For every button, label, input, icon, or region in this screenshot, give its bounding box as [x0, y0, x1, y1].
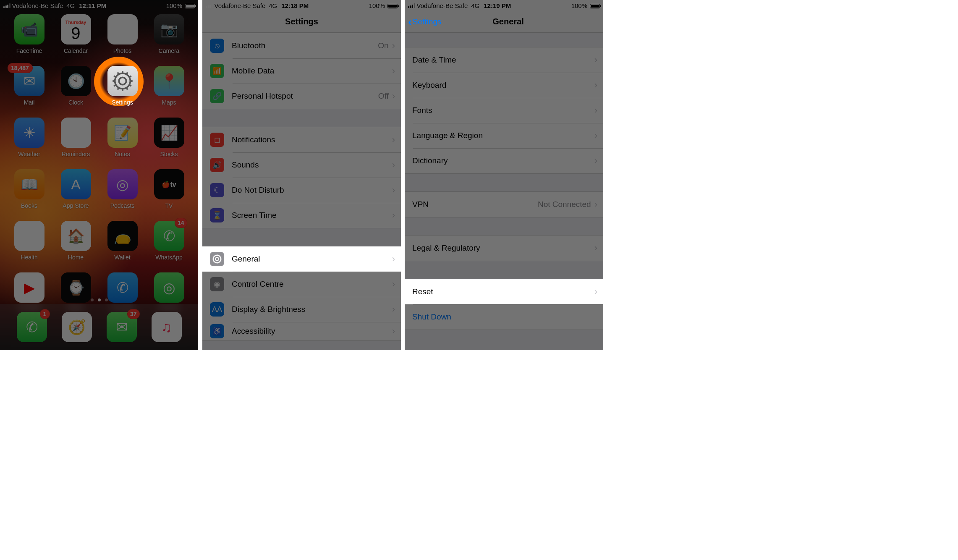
dock: ✆1🧭✉37♫: [0, 304, 198, 350]
row-label: Language & Region: [412, 131, 594, 140]
chevron-right-icon: ›: [392, 326, 395, 337]
chevron-right-icon: ›: [392, 185, 395, 196]
row-sounds[interactable]: 🔊Sounds›: [202, 152, 401, 178]
app-wallet[interactable]: 👝Wallet: [103, 221, 141, 261]
app-phone[interactable]: ✆1: [17, 312, 47, 342]
app-app-store[interactable]: AApp Store: [57, 169, 95, 209]
row-keyboard[interactable]: Keyboard›: [405, 73, 603, 98]
app-grid: 📹FaceTimeThursday9Calendar✿Photos📷Camera…: [0, 14, 198, 312]
app-icon: ✉18,487: [14, 66, 44, 96]
app-photos[interactable]: ✿Photos: [103, 14, 141, 54]
status-bar: Vodafone-Be Safe 4G 12:18 PM 100%: [202, 0, 401, 11]
row-control-centre[interactable]: ◉Control Centre›: [202, 272, 401, 297]
row-vpn[interactable]: VPNNot Connected›: [405, 192, 603, 217]
app-calendar[interactable]: Thursday9Calendar: [57, 14, 95, 54]
general-list[interactable]: Date & Time›Keyboard›Fonts›Language & Re…: [405, 33, 603, 350]
app-whatsapp[interactable]: ✆14WhatsApp: [150, 221, 188, 261]
row-dictionary[interactable]: Dictionary›: [405, 148, 603, 173]
badge: 18,487: [8, 63, 33, 73]
signal-icon: [206, 3, 213, 8]
app-icon: ✆1: [17, 312, 47, 342]
chevron-right-icon: ›: [594, 243, 597, 254]
row-date-time[interactable]: Date & Time›: [405, 47, 603, 73]
app-clock[interactable]: 🕙Clock: [57, 66, 95, 106]
svg-line-4: [126, 88, 128, 90]
app-podcasts[interactable]: ◎Podcasts: [103, 169, 141, 209]
svg-point-15: [213, 255, 221, 263]
row-legal-regulatory[interactable]: Legal & Regulatory›: [405, 236, 603, 261]
svg-line-26: [219, 255, 219, 256]
app-icon: ☀: [14, 118, 44, 148]
app-books[interactable]: 📖Books: [10, 169, 48, 209]
chevron-right-icon: ›: [594, 130, 597, 141]
app-settings[interactable]: Settings: [103, 66, 141, 106]
row-personal-hotspot[interactable]: 🔗Personal HotspotOff›: [202, 84, 401, 109]
app-messages[interactable]: ✉37: [107, 312, 137, 342]
app-label: Reminders: [62, 151, 90, 157]
svg-line-24: [215, 255, 215, 256]
app-music[interactable]: ♫: [152, 312, 182, 342]
row-icon: AA: [210, 302, 224, 317]
app-icon: ≣: [61, 118, 91, 148]
battery-icon: [387, 4, 398, 8]
app-notes[interactable]: 📝Notes: [103, 118, 141, 157]
app-label: Maps: [162, 99, 176, 106]
app-icon: 🍎tv: [154, 169, 184, 199]
app-health[interactable]: ♥Health: [10, 221, 48, 261]
row-mobile-data[interactable]: 📶Mobile Data›: [202, 58, 401, 84]
svg-point-14: [215, 257, 219, 261]
row-shut-down[interactable]: Shut Down: [405, 304, 603, 330]
app-stocks[interactable]: 📈Stocks: [150, 118, 188, 157]
app-label: Books: [21, 202, 37, 209]
app-mail[interactable]: ✉18,487Mail: [10, 66, 48, 106]
app-label: Mail: [24, 99, 35, 106]
app-home[interactable]: 🏠Home: [57, 221, 95, 261]
svg-line-9: [114, 76, 116, 77]
app-camera[interactable]: 📷Camera: [150, 14, 188, 54]
row-screen-time[interactable]: ⌛Screen Time›: [202, 203, 401, 228]
row-general[interactable]: General›: [202, 246, 401, 272]
app-label: Wallet: [114, 254, 130, 261]
app-reminders[interactable]: ≣Reminders: [57, 118, 95, 157]
row-do-not-disturb[interactable]: ☾Do Not Disturb›: [202, 178, 401, 203]
row-language-region[interactable]: Language & Region›: [405, 123, 603, 148]
carrier-label: Vodafone-Be Safe: [12, 2, 63, 9]
svg-line-18: [219, 262, 219, 263]
row-bluetooth[interactable]: ⎋BluetoothOn›: [202, 33, 401, 58]
settings-screen: Vodafone-Be Safe 4G 12:18 PM 100% Settin…: [202, 0, 401, 350]
back-button[interactable]: ‹ Settings: [408, 16, 441, 27]
navbar-title: Settings: [285, 17, 318, 26]
row-label: Legal & Regulatory: [412, 243, 594, 253]
app-tv[interactable]: 🍎tvTV: [150, 169, 188, 209]
row-icon: ◉: [210, 277, 224, 291]
row-icon: ◻: [210, 133, 224, 147]
row-fonts[interactable]: Fonts›: [405, 98, 603, 123]
row-reset[interactable]: Reset›: [405, 279, 603, 304]
row-accessibility[interactable]: ♿Accessibility›: [202, 322, 401, 340]
status-bar: Vodafone-Be Safe 4G 12:11 PM 100%: [0, 0, 198, 11]
row-notifications[interactable]: ◻Notifications›: [202, 127, 401, 152]
svg-line-27: [220, 256, 221, 257]
app-label: Settings: [112, 99, 133, 106]
carrier-label: Vodafone-Be Safe: [215, 2, 266, 9]
app-maps[interactable]: 📍Maps: [150, 66, 188, 106]
row-display-brightness[interactable]: AADisplay & Brightness›: [202, 297, 401, 322]
app-icon: 📹: [14, 14, 44, 44]
app-label: Calendar: [64, 47, 88, 54]
battery-label: 100%: [369, 2, 385, 9]
app-icon: 🧭: [62, 312, 92, 342]
app-icon: 📖: [14, 169, 44, 199]
app-weather[interactable]: ☀Weather: [10, 118, 48, 157]
chevron-right-icon: ›: [392, 254, 395, 264]
carrier-label: Vodafone-Be Safe: [417, 2, 468, 9]
row-label: Screen Time: [232, 211, 392, 220]
app-safari[interactable]: 🧭: [62, 312, 92, 342]
settings-list[interactable]: ⎋BluetoothOn›📶Mobile Data›🔗Personal Hots…: [202, 33, 401, 350]
row-label: Sounds: [232, 160, 392, 170]
general-screen: Vodafone-Be Safe 4G 12:19 PM 100% ‹ Sett…: [405, 0, 603, 350]
svg-line-7: [114, 85, 116, 86]
page-indicator[interactable]: [0, 298, 198, 301]
row-icon: 📶: [210, 64, 224, 78]
app-facetime[interactable]: 📹FaceTime: [10, 14, 48, 54]
svg-line-21: [213, 261, 214, 261]
